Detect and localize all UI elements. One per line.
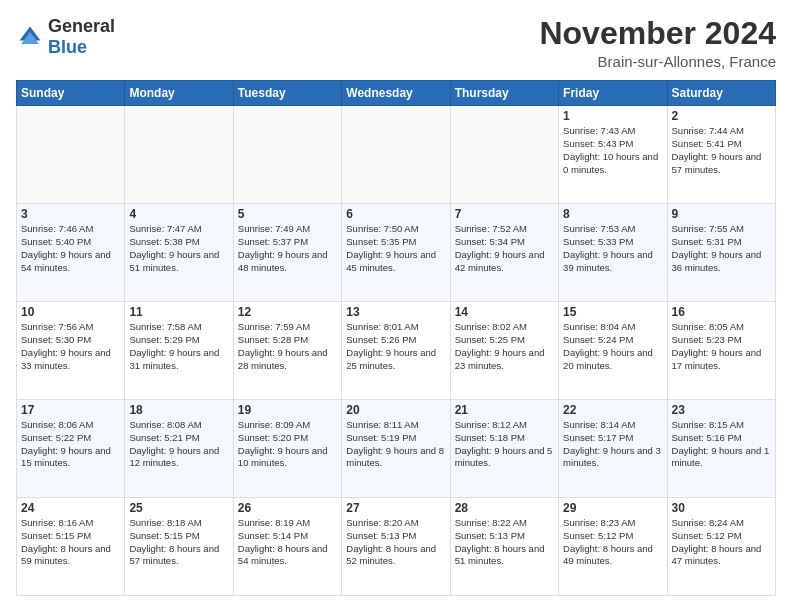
day-number: 21: [455, 403, 554, 417]
table-row: 10Sunrise: 7:56 AMSunset: 5:30 PMDayligh…: [17, 302, 125, 400]
header: General Blue November 2024 Brain-sur-All…: [16, 16, 776, 70]
location-title: Brain-sur-Allonnes, France: [539, 53, 776, 70]
day-info: Sunrise: 7:55 AMSunset: 5:31 PMDaylight:…: [672, 223, 771, 274]
day-info: Sunrise: 8:16 AMSunset: 5:15 PMDaylight:…: [21, 517, 120, 568]
day-number: 5: [238, 207, 337, 221]
calendar-week-4: 17Sunrise: 8:06 AMSunset: 5:22 PMDayligh…: [17, 400, 776, 498]
calendar-week-5: 24Sunrise: 8:16 AMSunset: 5:15 PMDayligh…: [17, 498, 776, 596]
calendar-table: Sunday Monday Tuesday Wednesday Thursday…: [16, 80, 776, 596]
header-monday: Monday: [125, 81, 233, 106]
day-number: 1: [563, 109, 662, 123]
day-info: Sunrise: 7:59 AMSunset: 5:28 PMDaylight:…: [238, 321, 337, 372]
day-number: 19: [238, 403, 337, 417]
day-number: 22: [563, 403, 662, 417]
day-info: Sunrise: 7:44 AMSunset: 5:41 PMDaylight:…: [672, 125, 771, 176]
header-sunday: Sunday: [17, 81, 125, 106]
table-row: 4Sunrise: 7:47 AMSunset: 5:38 PMDaylight…: [125, 204, 233, 302]
calendar-week-2: 3Sunrise: 7:46 AMSunset: 5:40 PMDaylight…: [17, 204, 776, 302]
day-number: 8: [563, 207, 662, 221]
day-number: 7: [455, 207, 554, 221]
day-number: 18: [129, 403, 228, 417]
day-number: 6: [346, 207, 445, 221]
day-number: 2: [672, 109, 771, 123]
day-info: Sunrise: 7:56 AMSunset: 5:30 PMDaylight:…: [21, 321, 120, 372]
table-row: [125, 106, 233, 204]
day-info: Sunrise: 8:06 AMSunset: 5:22 PMDaylight:…: [21, 419, 120, 470]
table-row: 8Sunrise: 7:53 AMSunset: 5:33 PMDaylight…: [559, 204, 667, 302]
day-info: Sunrise: 8:12 AMSunset: 5:18 PMDaylight:…: [455, 419, 554, 470]
day-number: 20: [346, 403, 445, 417]
day-info: Sunrise: 8:19 AMSunset: 5:14 PMDaylight:…: [238, 517, 337, 568]
table-row: 13Sunrise: 8:01 AMSunset: 5:26 PMDayligh…: [342, 302, 450, 400]
table-row: 12Sunrise: 7:59 AMSunset: 5:28 PMDayligh…: [233, 302, 341, 400]
table-row: 19Sunrise: 8:09 AMSunset: 5:20 PMDayligh…: [233, 400, 341, 498]
day-info: Sunrise: 7:53 AMSunset: 5:33 PMDaylight:…: [563, 223, 662, 274]
table-row: 28Sunrise: 8:22 AMSunset: 5:13 PMDayligh…: [450, 498, 558, 596]
table-row: 22Sunrise: 8:14 AMSunset: 5:17 PMDayligh…: [559, 400, 667, 498]
day-number: 29: [563, 501, 662, 515]
day-info: Sunrise: 8:04 AMSunset: 5:24 PMDaylight:…: [563, 321, 662, 372]
day-number: 4: [129, 207, 228, 221]
table-row: [233, 106, 341, 204]
day-number: 25: [129, 501, 228, 515]
table-row: 16Sunrise: 8:05 AMSunset: 5:23 PMDayligh…: [667, 302, 775, 400]
logo: General Blue: [16, 16, 115, 58]
table-row: 24Sunrise: 8:16 AMSunset: 5:15 PMDayligh…: [17, 498, 125, 596]
table-row: 11Sunrise: 7:58 AMSunset: 5:29 PMDayligh…: [125, 302, 233, 400]
day-info: Sunrise: 8:15 AMSunset: 5:16 PMDaylight:…: [672, 419, 771, 470]
day-number: 14: [455, 305, 554, 319]
table-row: 30Sunrise: 8:24 AMSunset: 5:12 PMDayligh…: [667, 498, 775, 596]
day-number: 23: [672, 403, 771, 417]
table-row: 17Sunrise: 8:06 AMSunset: 5:22 PMDayligh…: [17, 400, 125, 498]
day-info: Sunrise: 8:23 AMSunset: 5:12 PMDaylight:…: [563, 517, 662, 568]
day-number: 11: [129, 305, 228, 319]
title-area: November 2024 Brain-sur-Allonnes, France: [539, 16, 776, 70]
day-info: Sunrise: 8:18 AMSunset: 5:15 PMDaylight:…: [129, 517, 228, 568]
day-info: Sunrise: 7:46 AMSunset: 5:40 PMDaylight:…: [21, 223, 120, 274]
day-info: Sunrise: 8:02 AMSunset: 5:25 PMDaylight:…: [455, 321, 554, 372]
day-number: 13: [346, 305, 445, 319]
table-row: 7Sunrise: 7:52 AMSunset: 5:34 PMDaylight…: [450, 204, 558, 302]
table-row: 21Sunrise: 8:12 AMSunset: 5:18 PMDayligh…: [450, 400, 558, 498]
day-number: 30: [672, 501, 771, 515]
page: General Blue November 2024 Brain-sur-All…: [0, 0, 792, 612]
table-row: [342, 106, 450, 204]
table-row: 23Sunrise: 8:15 AMSunset: 5:16 PMDayligh…: [667, 400, 775, 498]
table-row: 26Sunrise: 8:19 AMSunset: 5:14 PMDayligh…: [233, 498, 341, 596]
table-row: 2Sunrise: 7:44 AMSunset: 5:41 PMDaylight…: [667, 106, 775, 204]
day-info: Sunrise: 8:11 AMSunset: 5:19 PMDaylight:…: [346, 419, 445, 470]
day-info: Sunrise: 8:05 AMSunset: 5:23 PMDaylight:…: [672, 321, 771, 372]
day-info: Sunrise: 7:49 AMSunset: 5:37 PMDaylight:…: [238, 223, 337, 274]
day-number: 26: [238, 501, 337, 515]
day-info: Sunrise: 7:50 AMSunset: 5:35 PMDaylight:…: [346, 223, 445, 274]
table-row: 14Sunrise: 8:02 AMSunset: 5:25 PMDayligh…: [450, 302, 558, 400]
day-info: Sunrise: 7:43 AMSunset: 5:43 PMDaylight:…: [563, 125, 662, 176]
day-number: 10: [21, 305, 120, 319]
header-friday: Friday: [559, 81, 667, 106]
table-row: 5Sunrise: 7:49 AMSunset: 5:37 PMDaylight…: [233, 204, 341, 302]
table-row: 15Sunrise: 8:04 AMSunset: 5:24 PMDayligh…: [559, 302, 667, 400]
table-row: [450, 106, 558, 204]
month-title: November 2024: [539, 16, 776, 51]
day-info: Sunrise: 8:14 AMSunset: 5:17 PMDaylight:…: [563, 419, 662, 470]
day-number: 12: [238, 305, 337, 319]
table-row: 29Sunrise: 8:23 AMSunset: 5:12 PMDayligh…: [559, 498, 667, 596]
table-row: 1Sunrise: 7:43 AMSunset: 5:43 PMDaylight…: [559, 106, 667, 204]
day-number: 24: [21, 501, 120, 515]
header-thursday: Thursday: [450, 81, 558, 106]
day-info: Sunrise: 8:08 AMSunset: 5:21 PMDaylight:…: [129, 419, 228, 470]
day-number: 16: [672, 305, 771, 319]
logo-general: General: [48, 16, 115, 36]
header-saturday: Saturday: [667, 81, 775, 106]
day-info: Sunrise: 8:24 AMSunset: 5:12 PMDaylight:…: [672, 517, 771, 568]
calendar-week-3: 10Sunrise: 7:56 AMSunset: 5:30 PMDayligh…: [17, 302, 776, 400]
logo-blue: Blue: [48, 37, 87, 57]
day-number: 9: [672, 207, 771, 221]
table-row: [17, 106, 125, 204]
header-wednesday: Wednesday: [342, 81, 450, 106]
table-row: 18Sunrise: 8:08 AMSunset: 5:21 PMDayligh…: [125, 400, 233, 498]
calendar-week-1: 1Sunrise: 7:43 AMSunset: 5:43 PMDaylight…: [17, 106, 776, 204]
day-info: Sunrise: 8:20 AMSunset: 5:13 PMDaylight:…: [346, 517, 445, 568]
day-number: 28: [455, 501, 554, 515]
day-number: 17: [21, 403, 120, 417]
